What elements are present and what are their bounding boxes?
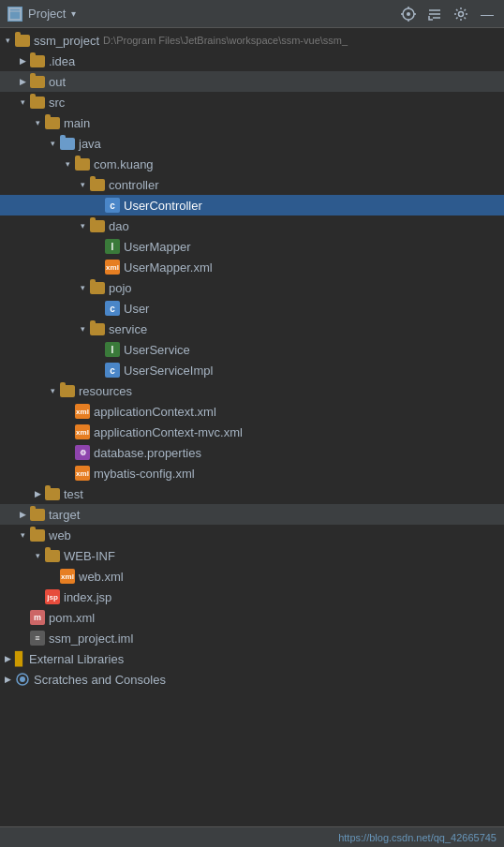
tree-item-label: UserServiceImpl: [124, 364, 213, 378]
tree-item-label: web: [49, 528, 71, 542]
tree-item-Scratches-and-Consoles[interactable]: ▶Scratches and Consoles: [0, 669, 504, 690]
tree-item-label: Scratches and Consoles: [34, 673, 166, 687]
tree-item-External-Libraries[interactable]: ▶▊External Libraries: [0, 648, 504, 669]
svg-point-13: [20, 676, 25, 682]
tree-item-label: main: [64, 116, 90, 130]
tree-item-UserMapper-xml[interactable]: xmlUserMapper.xml: [0, 257, 504, 277]
tree-item-test[interactable]: ▶test: [0, 483, 504, 504]
tree-item-label: web.xml: [79, 570, 124, 584]
tree-item-label: UserService: [124, 343, 190, 357]
tree-item-label: WEB-INF: [64, 549, 115, 563]
minimize-button[interactable]: —: [478, 5, 497, 23]
tree-item-idea[interactable]: ▶.idea: [0, 51, 504, 71]
tree-item-src[interactable]: ▾src: [0, 92, 504, 112]
tree-item-label: test: [64, 487, 83, 501]
tree-arrow[interactable]: ▾: [30, 548, 45, 563]
tree-item-pojo[interactable]: ▾pojo: [0, 277, 504, 298]
tree-arrow[interactable]: ▾: [0, 33, 15, 48]
tree-item-ssm-project[interactable]: ▾ssm_project D:\Program Files\JetBrains\…: [0, 30, 504, 51]
tree-item-label: java: [79, 137, 101, 151]
tree-arrow[interactable]: ▾: [30, 115, 45, 130]
tree-arrow[interactable]: ▾: [75, 177, 90, 192]
tree-arrow[interactable]: ▶: [15, 74, 30, 89]
tree-item-label: controller: [109, 178, 158, 192]
tree-arrow[interactable]: ▶: [15, 53, 30, 68]
tree-item-service[interactable]: ▾service: [0, 319, 504, 339]
project-panel-icon: [7, 7, 22, 22]
tree-arrow[interactable]: ▾: [75, 280, 90, 295]
svg-point-11: [459, 11, 464, 16]
title-bar-actions: —: [399, 5, 497, 23]
tree-arrow[interactable]: ▾: [45, 136, 60, 151]
tree-item-label: database.properties: [94, 446, 201, 460]
tree-item-dao[interactable]: ▾dao: [0, 215, 504, 236]
tree-arrow[interactable]: ▾: [45, 383, 60, 398]
tree-item-WEB-INF[interactable]: ▾WEB-INF: [0, 545, 504, 566]
tree-arrow[interactable]: ▶: [15, 507, 30, 522]
tree-item-mybatis-config-xml[interactable]: xmlmybatis-config.xml: [0, 463, 504, 483]
tree-item-label: index.jsp: [64, 590, 111, 604]
tree-item-UserServiceImpl[interactable]: cUserServiceImpl: [0, 360, 504, 380]
title-bar-left: Project ▾: [7, 7, 76, 22]
tree-item-out[interactable]: ▶out: [0, 71, 504, 92]
tree-item-web-xml[interactable]: xmlweb.xml: [0, 566, 504, 587]
tree-arrow[interactable]: ▾: [75, 218, 90, 233]
project-tree: ▾ssm_project D:\Program Files\JetBrains\…: [0, 28, 504, 826]
status-bar: https://blog.csdn.net/qq_42665745: [0, 826, 504, 847]
tree-item-label: ssm_project: [34, 34, 99, 48]
tree-item-label: out: [49, 75, 66, 89]
tree-item-label: .idea: [49, 54, 75, 68]
status-url: https://blog.csdn.net/qq_42665745: [338, 832, 497, 843]
tree-item-label: mybatis-config.xml: [94, 467, 195, 481]
tree-item-label: dao: [109, 219, 129, 233]
title-bar-title: Project: [28, 7, 66, 21]
tree-item-resources[interactable]: ▾resources: [0, 380, 504, 401]
tree-item-label: External Libraries: [29, 652, 124, 666]
tree-item-label: applicationContext-mvc.xml: [94, 425, 243, 439]
tree-item-label: UserController: [124, 199, 202, 213]
tree-arrow[interactable]: ▾: [60, 156, 75, 171]
tree-item-applicationContext-mvc-xml[interactable]: xmlapplicationContext-mvc.xml: [0, 422, 504, 442]
tree-arrow[interactable]: ▶: [0, 651, 15, 666]
tree-item-label: src: [49, 96, 65, 110]
tree-item-UserController[interactable]: cUserController: [0, 195, 504, 215]
title-bar: Project ▾: [0, 0, 504, 28]
tree-item-label: applicationContext.xml: [94, 405, 216, 419]
tree-arrow[interactable]: ▶: [30, 486, 45, 501]
tree-item-UserService[interactable]: IUserService: [0, 339, 504, 360]
tree-item-controller[interactable]: ▾controller: [0, 174, 504, 195]
locate-button[interactable]: [399, 5, 418, 23]
tree-item-label: UserMapper.xml: [124, 260, 213, 275]
tree-item-path: D:\Program Files\JetBrains\workspace\ssm…: [103, 35, 348, 46]
tree-item-label: pojo: [109, 281, 132, 295]
tree-item-label: target: [49, 508, 80, 522]
tree-item-com-kuang[interactable]: ▾com.kuang: [0, 154, 504, 174]
tree-item-applicationContext-xml[interactable]: xmlapplicationContext.xml: [0, 401, 504, 422]
tree-arrow[interactable]: ▾: [15, 528, 30, 542]
tree-item-main[interactable]: ▾main: [0, 112, 504, 133]
tree-item-label: pom.xml: [49, 611, 95, 625]
settings-button[interactable]: [452, 5, 470, 23]
tree-item-UserMapper[interactable]: IUserMapper: [0, 236, 504, 257]
tree-item-target[interactable]: ▶target: [0, 504, 504, 525]
tree-item-label: UserMapper: [124, 240, 191, 254]
svg-point-3: [407, 12, 410, 16]
tree-item-label: service: [109, 322, 147, 336]
tree-item-index-jsp[interactable]: jspindex.jsp: [0, 587, 504, 607]
tree-item-web[interactable]: ▾web: [0, 525, 504, 545]
tree-item-database-properties[interactable]: ⚙database.properties: [0, 442, 504, 463]
tree-item-label: resources: [79, 384, 132, 398]
tree-item-User[interactable]: cUser: [0, 298, 504, 319]
tree-item-java[interactable]: ▾java: [0, 133, 504, 154]
tree-item-ssm-project-iml[interactable]: ≡ssm_project.iml: [0, 628, 504, 648]
tree-arrow[interactable]: ▶: [0, 672, 15, 687]
svg-rect-0: [9, 8, 21, 20]
tree-arrow[interactable]: ▾: [75, 321, 90, 336]
collapse-button[interactable]: [425, 5, 444, 23]
tree-item-label: User: [124, 302, 149, 316]
title-bar-dropdown-arrow[interactable]: ▾: [71, 8, 76, 19]
tree-item-label: com.kuang: [94, 157, 154, 171]
tree-arrow[interactable]: ▾: [15, 95, 30, 110]
tree-item-label: ssm_project.iml: [49, 632, 133, 646]
tree-item-pom-xml[interactable]: mpom.xml: [0, 607, 504, 628]
